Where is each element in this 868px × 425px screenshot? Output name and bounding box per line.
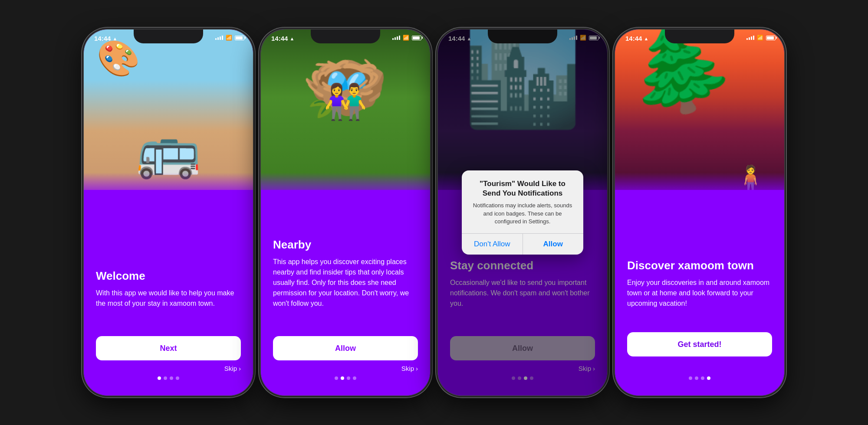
phone-4-bottom: Get started! [615,332,784,396]
phone-2-location-icon: ▲ [289,36,294,41]
phone-2-dots [335,376,356,380]
phone-1-notch [134,29,203,43]
phone-3-dialog-title: "Tourism" Would Like to Send You Notific… [470,179,575,198]
phone-4-location-icon: ▲ [644,36,648,41]
phone-2-status-right: 📶 [392,35,421,41]
phone-2-status-left: 14:44 ▲ [271,35,294,42]
phone-1-dot-2 [164,376,167,380]
phone-1-signal-icon [215,36,223,40]
phone-3-notification-dialog: "Tourism" Would Like to Send You Notific… [462,170,583,255]
phone-4-wifi-icon: 📶 [757,35,763,41]
phone-2-skip-chevron: › [416,365,418,372]
phone-4-screen: 14:44 ▲ 📶 [615,29,784,396]
phone-2-notch [311,29,380,43]
phone-2-dot-3 [347,376,350,380]
phone-2: 14:44 ▲ 📶 [261,29,430,396]
phone-2-title: Nearby [273,238,418,252]
phone-1-dots [158,376,179,380]
phone-4-title: Discover xamoom town [627,259,772,272]
phone-1-skip-chevron: › [239,365,241,372]
phone-3-dialog-body: Notifications may include alerts, sounds… [470,202,575,226]
phone-4-dots [689,376,710,380]
phone-2-screen: 14:44 ▲ 📶 [261,29,430,396]
phone-4-dot-2 [695,376,698,380]
phone-1-skip-label: Skip [224,365,237,372]
phone-1-dot-4 [176,376,179,380]
phone-1-location-icon: ▲ [112,36,117,41]
phone-3-dialog-overlay: "Tourism" Would Like to Send You Notific… [438,29,607,396]
phone-1-status-left: 14:44 ▲ [94,35,117,42]
phone-4-get-started-button[interactable]: Get started! [627,332,772,356]
phone-1-screen: 14:44 ▲ 📶 [84,29,253,396]
phone-2-hero [261,29,430,199]
phone-2-signal-icon [392,36,400,40]
phone-4-status-left: 14:44 ▲ [625,35,648,42]
phone-4-status-right: 📶 [746,35,776,41]
phone-1-title: Welcome [96,269,241,283]
phone-3-dialog-allow-button[interactable]: Allow [523,234,584,255]
phone-4: 14:44 ▲ 📶 [615,29,784,396]
phone-2-skip-row[interactable]: Skip › [273,360,418,372]
phone-2-dot-4 [353,376,356,380]
phone-1-dot-1 [158,376,161,380]
phone-4-dot-4 [707,376,710,380]
phone-1-skip-row[interactable]: Skip › [96,360,241,372]
phone-1-time: 14:44 [94,35,111,42]
phone-4-hero [615,29,784,199]
phone-3-dialog-content: "Tourism" Would Like to Send You Notific… [462,170,583,226]
phone-2-time: 14:44 [271,35,288,42]
phone-2-allow-button[interactable]: Allow [273,336,418,360]
phone-1-bottom: Next Skip › [84,336,253,396]
phone-2-dot-1 [335,376,338,380]
phone-4-notch [665,29,734,43]
phone-1-next-button[interactable]: Next [96,336,241,360]
phone-1-dot-3 [170,376,173,380]
phone-2-battery-icon [412,36,421,40]
phone-2-body: This app helps you discover exciting pla… [273,257,418,309]
phone-4-battery-icon [766,36,776,40]
phone-3-dialog-buttons: Don't Allow Allow [462,233,583,255]
phone-4-body: Enjoy your discoveries in and around xam… [627,278,772,309]
phone-4-signal-icon [746,36,754,40]
phone-1-status-right: 📶 [215,35,244,41]
phone-2-bottom: Allow Skip › [261,336,430,396]
phone-1-battery-icon [235,36,244,40]
phone-4-dot-3 [701,376,704,380]
phone-2-wifi-icon: 📶 [403,35,409,41]
phone-4-dot-1 [689,376,692,380]
phone-1: 14:44 ▲ 📶 [84,29,253,396]
phone-3-screen: 14:44 ▲ 📶 [438,29,607,396]
phone-4-time: 14:44 [625,35,642,42]
phone-2-dot-2 [341,376,344,380]
phone-3-dont-allow-button[interactable]: Don't Allow [462,234,523,255]
phone-4-text-area: Discover xamoom town Enjoy your discover… [615,250,784,317]
phone-2-text-area: Nearby This app helps you discover excit… [261,229,430,317]
phone-1-body: With this app we would like to help you … [96,288,241,309]
phone-1-text-area: Welcome With this app we would like to h… [84,261,253,317]
phone-2-skip-label: Skip [401,365,414,372]
phone-1-hero [84,29,253,199]
phone-3: 14:44 ▲ 📶 [438,29,607,396]
phone-1-wifi-icon: 📶 [226,35,232,41]
phones-container: 14:44 ▲ 📶 [84,29,784,396]
